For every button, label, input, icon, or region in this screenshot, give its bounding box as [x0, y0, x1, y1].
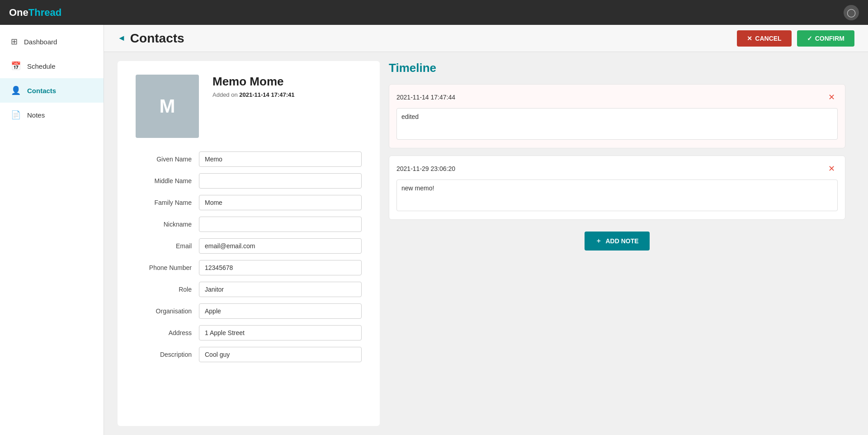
- add-note-label: ADD NOTE: [605, 237, 638, 245]
- input-email[interactable]: [199, 238, 362, 254]
- label-given-name: Given Name: [136, 156, 199, 163]
- contact-panel: M Memo Mome Added on 2021-11-14 17:47:41…: [118, 61, 380, 426]
- sidebar-label-dashboard: Dashboard: [24, 38, 57, 46]
- input-organisation[interactable]: [199, 303, 362, 319]
- form-row-email: Email: [136, 238, 362, 254]
- note-2: 2021-11-29 23:06:20✕: [389, 156, 845, 220]
- label-organisation: Organisation: [136, 307, 199, 315]
- timeline-title: Timeline: [389, 61, 845, 75]
- note-1-textarea[interactable]: [396, 108, 838, 140]
- add-note-button[interactable]: ＋ ADD NOTE: [585, 232, 649, 251]
- cancel-button[interactable]: ✕ CANCEL: [737, 30, 791, 47]
- cancel-x-icon: ✕: [747, 35, 752, 42]
- contact-added-date: Added on 2021-11-14 17:47:41: [212, 91, 294, 98]
- person-icon: 👤: [11, 85, 21, 95]
- added-date-value: 2021-11-14 17:47:41: [239, 91, 294, 98]
- grid-icon: ⊞: [11, 37, 18, 47]
- form-row-organisation: Organisation: [136, 303, 362, 319]
- avatar-letter: M: [160, 95, 175, 117]
- notes-container: 2021-11-14 17:47:44✕2021-11-29 23:06:20✕: [389, 84, 845, 220]
- note-1-header: 2021-11-14 17:47:44✕: [396, 91, 838, 104]
- sidebar-item-schedule[interactable]: 📅 Schedule: [0, 54, 104, 78]
- note-1: 2021-11-14 17:47:44✕: [389, 84, 845, 148]
- note-2-header: 2021-11-29 23:06:20✕: [396, 162, 838, 175]
- avatar: M: [136, 75, 199, 138]
- input-role[interactable]: [199, 282, 362, 297]
- calendar-icon: 📅: [11, 61, 21, 71]
- note-2-textarea[interactable]: [396, 180, 838, 211]
- label-role: Role: [136, 286, 199, 293]
- topnav: OneThread ◯: [0, 0, 868, 25]
- avatar-section: M Memo Mome Added on 2021-11-14 17:47:41: [136, 75, 362, 138]
- contact-name-info: Memo Mome Added on 2021-11-14 17:47:41: [212, 75, 294, 98]
- cancel-label: CANCEL: [755, 35, 781, 42]
- content-area: M Memo Mome Added on 2021-11-14 17:47:41…: [104, 52, 868, 435]
- label-email: Email: [136, 242, 199, 250]
- page-title: Contacts: [130, 31, 184, 46]
- label-description: Description: [136, 351, 199, 358]
- label-middle-name: Middle Name: [136, 177, 199, 184]
- form-row-role: Role: [136, 282, 362, 297]
- form-row-address: Address: [136, 325, 362, 340]
- label-nickname: Nickname: [136, 221, 199, 228]
- sidebar-label-notes: Notes: [27, 111, 45, 119]
- input-middle-name[interactable]: [199, 173, 362, 189]
- header-buttons: ✕ CANCEL ✓ CONFIRM: [737, 30, 854, 47]
- confirm-label: CONFIRM: [815, 35, 844, 42]
- confirm-button[interactable]: ✓ CONFIRM: [797, 30, 854, 47]
- logo-two: Thread: [28, 7, 61, 18]
- main-layout: ⊞ Dashboard 📅 Schedule 👤 Contacts 📄 Note…: [0, 25, 868, 435]
- sidebar-label-contacts: Contacts: [27, 87, 56, 95]
- label-address: Address: [136, 329, 199, 336]
- logo-one: One: [9, 7, 28, 18]
- main-content: ◄ Contacts ✕ CANCEL ✓ CONFIRM M: [104, 25, 868, 435]
- label-family-name: Family Name: [136, 199, 199, 206]
- app-logo: OneThread: [9, 7, 61, 19]
- sidebar: ⊞ Dashboard 📅 Schedule 👤 Contacts 📄 Note…: [0, 25, 104, 435]
- form-row-given-name: Given Name: [136, 151, 362, 167]
- note-2-delete-button[interactable]: ✕: [825, 162, 838, 175]
- input-family-name[interactable]: [199, 195, 362, 210]
- back-arrow-icon[interactable]: ◄: [118, 33, 126, 43]
- note-2-timestamp: 2021-11-29 23:06:20: [396, 165, 455, 172]
- sidebar-item-dashboard[interactable]: ⊞ Dashboard: [0, 29, 104, 54]
- form-row-phone: Phone Number: [136, 260, 362, 275]
- confirm-check-icon: ✓: [807, 35, 812, 42]
- form-row-middle-name: Middle Name: [136, 173, 362, 189]
- plus-icon: ＋: [595, 237, 602, 245]
- note-icon: 📄: [11, 110, 21, 120]
- sidebar-item-notes[interactable]: 📄 Notes: [0, 103, 104, 127]
- form-row-nickname: Nickname: [136, 217, 362, 232]
- added-prefix: Added on: [212, 91, 238, 98]
- input-description[interactable]: [199, 347, 362, 362]
- label-phone: Phone Number: [136, 264, 199, 271]
- header-title-wrap: ◄ Contacts: [118, 31, 184, 46]
- timeline-panel: Timeline 2021-11-14 17:47:44✕2021-11-29 …: [380, 61, 854, 426]
- input-given-name[interactable]: [199, 151, 362, 167]
- input-phone[interactable]: [199, 260, 362, 275]
- user-avatar[interactable]: ◯: [844, 5, 859, 20]
- input-address[interactable]: [199, 325, 362, 340]
- input-nickname[interactable]: [199, 217, 362, 232]
- sidebar-item-contacts[interactable]: 👤 Contacts: [0, 78, 104, 103]
- header-bar: ◄ Contacts ✕ CANCEL ✓ CONFIRM: [104, 25, 868, 52]
- form-row-description: Description: [136, 347, 362, 362]
- form-row-family-name: Family Name: [136, 195, 362, 210]
- note-1-delete-button[interactable]: ✕: [825, 91, 838, 104]
- contact-form: Given NameMiddle NameFamily NameNickname…: [136, 151, 362, 362]
- contact-name: Memo Mome: [212, 75, 294, 89]
- sidebar-label-schedule: Schedule: [27, 62, 56, 70]
- note-1-timestamp: 2021-11-14 17:47:44: [396, 94, 455, 101]
